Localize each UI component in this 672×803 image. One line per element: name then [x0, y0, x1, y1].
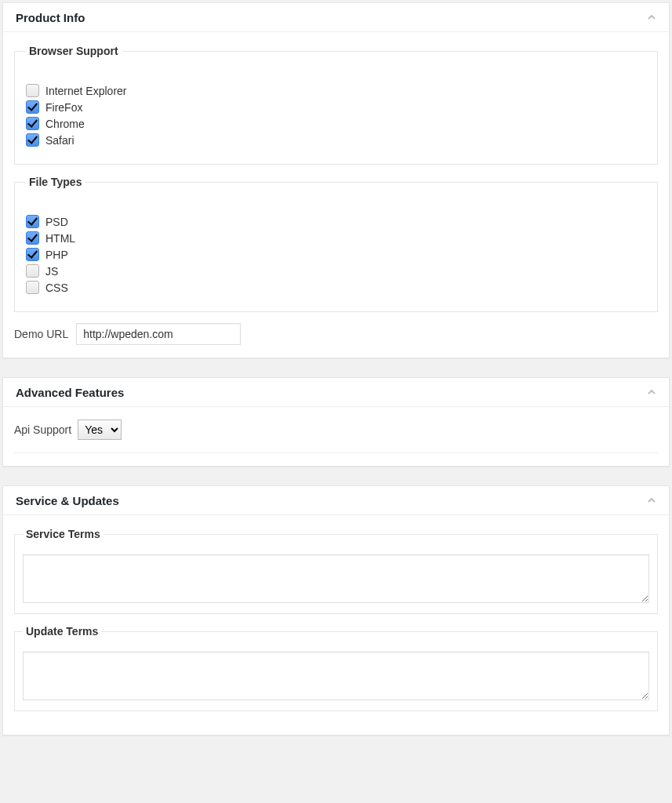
- browser-support-checkbox[interactable]: [26, 117, 39, 130]
- chevron-up-icon: [648, 12, 656, 24]
- browser-support-checkbox[interactable]: [26, 84, 39, 97]
- browser-support-item[interactable]: Chrome: [26, 117, 646, 130]
- api-support-label: Api Support: [14, 423, 71, 436]
- file-type-checkbox[interactable]: [26, 231, 39, 245]
- chevron-up-icon: [648, 495, 656, 507]
- browser-support-legend: Browser Support: [26, 45, 122, 57]
- service-updates-panel: Service & Updates Service Terms Update T…: [2, 485, 670, 736]
- divider: [14, 452, 658, 453]
- product-info-header: Product Info: [3, 3, 669, 32]
- file-type-item[interactable]: HTML: [26, 231, 646, 245]
- browser-support-checkbox[interactable]: [26, 100, 39, 114]
- advanced-features-collapse-button[interactable]: [644, 384, 659, 400]
- product-info-panel: Product Info Browser Support Internet Ex…: [2, 2, 670, 358]
- demo-url-label: Demo URL: [14, 328, 68, 340]
- file-type-checkbox[interactable]: [26, 281, 39, 294]
- demo-url-input[interactable]: [76, 323, 241, 345]
- browser-support-label: Chrome: [45, 118, 85, 130]
- browser-support-checkbox[interactable]: [26, 133, 39, 147]
- file-types-fieldset: File Types PSDHTMLPHPJSCSS: [14, 176, 658, 312]
- update-terms-legend: Update Terms: [23, 625, 101, 638]
- chevron-up-icon: [648, 387, 656, 398]
- service-terms-legend: Service Terms: [23, 528, 104, 540]
- product-info-body: Browser Support Internet ExplorerFireFox…: [3, 32, 669, 358]
- api-support-row: Api Support YesNo: [14, 415, 658, 446]
- browser-support-label: FireFox: [45, 101, 82, 114]
- advanced-features-header: Advanced Features: [3, 378, 669, 407]
- browser-support-item[interactable]: Internet Explorer: [26, 84, 646, 97]
- browser-support-item[interactable]: Safari: [26, 133, 646, 147]
- file-type-checkbox[interactable]: [26, 215, 39, 228]
- file-type-item[interactable]: PHP: [26, 248, 646, 261]
- file-type-label: PHP: [45, 249, 68, 261]
- service-updates-body: Service Terms Update Terms: [3, 515, 669, 735]
- api-support-select[interactable]: YesNo: [78, 420, 122, 440]
- file-type-label: PSD: [45, 216, 68, 228]
- product-info-collapse-button[interactable]: [644, 9, 659, 25]
- file-types-legend: File Types: [26, 176, 85, 188]
- browser-support-label: Internet Explorer: [45, 85, 127, 97]
- file-type-label: JS: [45, 265, 58, 278]
- file-type-item[interactable]: CSS: [26, 281, 646, 294]
- service-terms-textarea[interactable]: [23, 554, 649, 603]
- update-terms-fieldset: Update Terms: [14, 625, 658, 711]
- service-terms-fieldset: Service Terms: [14, 528, 658, 614]
- update-terms-textarea[interactable]: [23, 652, 649, 700]
- advanced-features-panel: Advanced Features Api Support YesNo: [2, 377, 670, 467]
- service-updates-collapse-button[interactable]: [644, 492, 659, 508]
- file-type-label: HTML: [45, 232, 75, 245]
- file-type-checkbox[interactable]: [26, 248, 39, 261]
- advanced-features-title: Advanced Features: [16, 386, 124, 399]
- advanced-features-body: Api Support YesNo: [3, 407, 669, 466]
- service-updates-header: Service & Updates: [3, 486, 669, 515]
- file-type-label: CSS: [45, 282, 68, 294]
- file-type-item[interactable]: JS: [26, 264, 646, 278]
- service-updates-title: Service & Updates: [16, 494, 119, 507]
- demo-url-row: Demo URL: [14, 323, 658, 345]
- browser-support-fieldset: Browser Support Internet ExplorerFireFox…: [14, 45, 658, 165]
- file-type-checkbox[interactable]: [26, 264, 39, 278]
- file-type-item[interactable]: PSD: [26, 215, 646, 228]
- browser-support-label: Safari: [45, 134, 74, 147]
- browser-support-item[interactable]: FireFox: [26, 100, 646, 114]
- product-info-title: Product Info: [16, 11, 85, 24]
